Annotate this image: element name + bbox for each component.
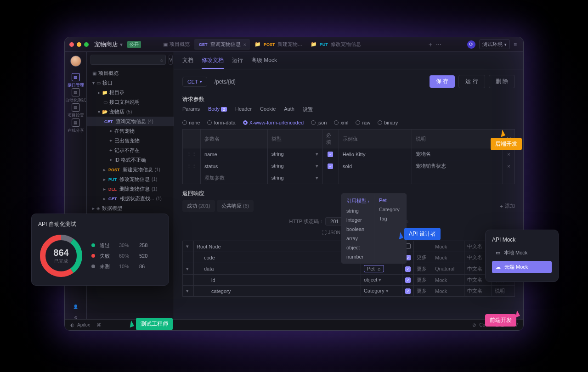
mock-option[interactable]: ☁云端 Mock — [492, 261, 552, 273]
main-tab[interactable]: 运行 — [232, 56, 243, 69]
required-checkbox[interactable]: ✓ — [405, 266, 411, 272]
param-example-cell[interactable]: Hello Kitty — [339, 148, 412, 160]
chevron-down-icon[interactable]: ▾ — [386, 288, 389, 293]
type-search-input[interactable]: Pet⌕ — [364, 265, 384, 272]
body-type-radio[interactable]: raw — [356, 120, 370, 125]
tree-item[interactable]: GET查询宠物信息(4) — [87, 117, 174, 126]
mock-cell[interactable]: Mock — [432, 286, 464, 297]
body-type-radio[interactable]: xml — [334, 120, 348, 125]
type-option[interactable]: number — [342, 252, 374, 261]
run-button[interactable]: 运 行 — [458, 75, 485, 88]
chevron-down-icon[interactable]: ▾ — [316, 151, 318, 157]
more-cell[interactable]: 更多 — [414, 252, 432, 263]
schema-name-cell[interactable]: category — [194, 286, 361, 297]
remove-row-icon[interactable]: × — [503, 160, 515, 172]
user-avatar[interactable] — [70, 56, 81, 67]
chevron-icon[interactable]: ▾ — [92, 80, 95, 85]
tree-item[interactable]: ▭接口文档说明 — [87, 97, 174, 107]
request-subtab[interactable]: Params — [182, 106, 200, 113]
more-cell[interactable] — [414, 241, 432, 252]
request-subtab[interactable]: Auth — [284, 106, 294, 113]
body-type-radio[interactable]: form-data — [207, 120, 235, 125]
rail-item[interactable]: ▦在线分享 — [65, 118, 86, 134]
more-tabs-icon[interactable]: ⋯ — [436, 41, 441, 48]
chevron-icon[interactable]: ▸ — [103, 167, 106, 172]
rail-member-icon[interactable]: 👤 — [73, 304, 78, 309]
type-option[interactable]: Tag — [374, 214, 406, 223]
path-input[interactable]: /pets/{id} — [211, 77, 426, 87]
filter-icon[interactable]: ∇ — [169, 55, 173, 65]
schema-type-cell[interactable]: Category ▾ — [361, 286, 402, 297]
schema-name-cell[interactable]: data — [194, 263, 361, 275]
mock-cell[interactable]: Mock — [432, 252, 464, 263]
tree-item[interactable]: ▸PUT修改宠物信息(1) — [87, 175, 174, 184]
param-type-cell[interactable]: string ▾ — [267, 172, 322, 184]
more-cell[interactable]: 更多 — [414, 263, 432, 275]
document-tab[interactable]: 📁PUT修改宠物信息 — [307, 39, 365, 50]
type-option[interactable]: Category — [374, 205, 406, 214]
param-name-cell[interactable]: name — [201, 148, 268, 160]
tree-item[interactable]: ▸📁根目录 — [87, 88, 174, 97]
body-type-radio[interactable]: json — [311, 120, 327, 125]
type-option[interactable]: integer — [342, 215, 374, 225]
project-title[interactable]: 宠物商店 — [94, 40, 118, 49]
chevron-down-icon[interactable]: ▾ — [379, 277, 381, 282]
chevron-icon[interactable]: ▸ — [92, 206, 95, 211]
refresh-icon[interactable]: ⟳ — [467, 40, 475, 49]
expand-icon[interactable]: ▾ — [186, 243, 189, 249]
tree-item[interactable]: ▸DEL删除宠物信息(1) — [87, 184, 174, 194]
document-tab[interactable]: 📁POST新建宠物... — [251, 39, 306, 50]
tree-item[interactable]: ▸GET根据状态查找...(1) — [87, 194, 174, 203]
rail-item[interactable]: ▦项目设置 — [65, 103, 86, 118]
chevron-icon[interactable]: ▸ — [103, 186, 106, 192]
mock-cell[interactable]: Qnatural — [432, 263, 464, 275]
request-subtab[interactable]: Body2 — [208, 106, 227, 113]
schema-name-cell[interactable]: id — [194, 275, 361, 286]
add-param-placeholder[interactable]: 添加参数 — [201, 172, 268, 184]
close-tab-icon[interactable]: × — [243, 42, 246, 47]
type-option[interactable]: array — [342, 234, 374, 243]
rail-item[interactable]: ▦接口管理 — [65, 73, 86, 88]
expand-icon[interactable]: ▾ — [186, 288, 189, 293]
rail-item[interactable]: ▦自动化测试 — [65, 88, 86, 103]
param-type-cell[interactable]: string ▾ — [267, 160, 322, 172]
minimize-window-icon[interactable] — [77, 42, 81, 47]
body-type-radio[interactable]: none — [182, 120, 200, 125]
maximize-window-icon[interactable] — [84, 42, 89, 47]
method-selector[interactable]: GET ▾ — [182, 77, 207, 87]
main-tab[interactable]: 文档 — [182, 56, 193, 69]
required-checkbox[interactable]: ✓ — [405, 288, 411, 294]
mock-cell[interactable]: Mock — [432, 241, 464, 252]
tree-item[interactable]: ▣项目概览 — [87, 68, 174, 78]
add-tab-icon[interactable]: + — [429, 41, 432, 48]
required-checkbox[interactable]: ✓ — [405, 277, 411, 283]
save-button[interactable]: 保 存 — [430, 75, 455, 88]
chevron-down-icon[interactable]: ▾ — [120, 41, 123, 48]
response-tab-common[interactable]: 公共响应 (6) — [217, 200, 254, 212]
chevron-icon[interactable]: ▸ — [103, 177, 106, 182]
schema-name-cell[interactable]: Root Node — [194, 241, 361, 252]
schema-type-cell[interactable]: object ▾ — [361, 275, 402, 286]
document-tab[interactable]: ▣项目概览 — [159, 39, 193, 50]
type-option[interactable]: boolean — [342, 225, 374, 234]
response-tab-success[interactable]: 成功 (201) — [182, 200, 215, 212]
more-cell[interactable]: 更多 — [414, 275, 432, 286]
tree-item[interactable]: ▾📂宠物店(5) — [87, 107, 174, 117]
body-type-radio[interactable]: X-www-form-urlencoded — [243, 120, 304, 125]
param-desc-cell[interactable]: 宠物名 — [412, 148, 503, 160]
drag-handle-icon[interactable]: ⋮⋮ — [183, 160, 201, 172]
tree-item[interactable]: ▸◈数据模型 — [87, 203, 174, 213]
param-desc-cell[interactable]: 宠物销售状态 — [412, 160, 503, 172]
type-option-selected[interactable]: Pet — [374, 196, 406, 205]
schema-type-cell[interactable]: Pet⌕ — [361, 263, 402, 275]
param-name-cell[interactable]: status — [201, 160, 268, 172]
chevron-icon[interactable]: ▾ — [98, 109, 100, 114]
request-subtab[interactable]: Header — [235, 106, 252, 113]
tree-item[interactable]: ✦在售宠物 — [87, 126, 174, 136]
tree-item[interactable]: ▸POST新建宠物信息(1) — [87, 165, 174, 175]
menu-icon[interactable]: ≡ — [514, 41, 517, 48]
type-menu-popover[interactable]: 引用模型› string integer boolean array objec… — [341, 193, 407, 264]
tree-item[interactable]: ✦ID 格式不正确 — [87, 155, 174, 165]
drag-handle-icon[interactable]: ⋮⋮ — [183, 148, 201, 160]
close-window-icon[interactable] — [69, 42, 74, 47]
